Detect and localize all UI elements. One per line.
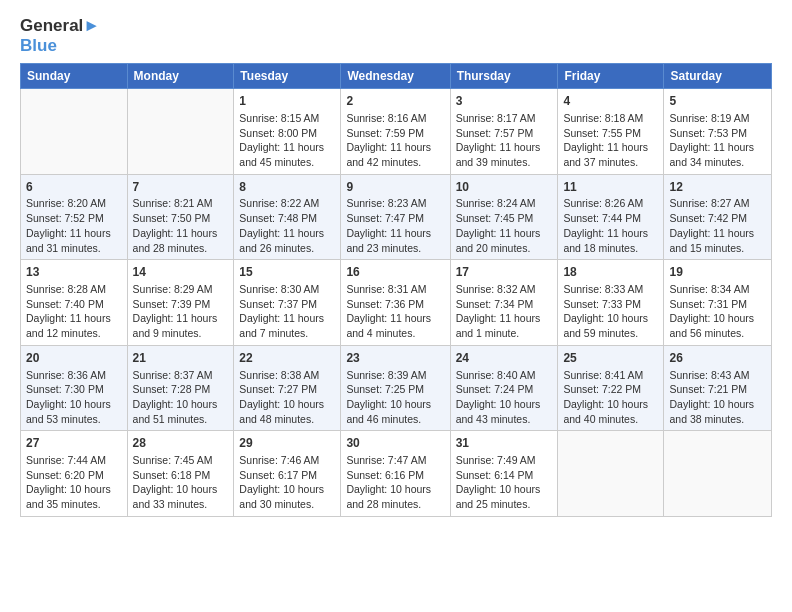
day-info: Sunrise: 8:22 AM Sunset: 7:48 PM Dayligh… xyxy=(239,196,335,255)
day-number: 11 xyxy=(563,179,658,196)
day-info: Sunrise: 8:38 AM Sunset: 7:27 PM Dayligh… xyxy=(239,368,335,427)
day-number: 5 xyxy=(669,93,766,110)
day-info: Sunrise: 8:40 AM Sunset: 7:24 PM Dayligh… xyxy=(456,368,553,427)
day-info: Sunrise: 8:19 AM Sunset: 7:53 PM Dayligh… xyxy=(669,111,766,170)
calendar-cell: 18Sunrise: 8:33 AM Sunset: 7:33 PM Dayli… xyxy=(558,260,664,346)
day-number: 27 xyxy=(26,435,122,452)
day-info: Sunrise: 7:49 AM Sunset: 6:14 PM Dayligh… xyxy=(456,453,553,512)
day-info: Sunrise: 8:32 AM Sunset: 7:34 PM Dayligh… xyxy=(456,282,553,341)
calendar-cell xyxy=(664,431,772,517)
calendar-cell: 28Sunrise: 7:45 AM Sunset: 6:18 PM Dayli… xyxy=(127,431,234,517)
calendar-cell: 26Sunrise: 8:43 AM Sunset: 7:21 PM Dayli… xyxy=(664,345,772,431)
calendar-day-header: Friday xyxy=(558,64,664,89)
day-info: Sunrise: 8:16 AM Sunset: 7:59 PM Dayligh… xyxy=(346,111,444,170)
logo-text-block: General► Blue xyxy=(20,16,100,55)
logo: General► Blue xyxy=(20,16,100,55)
calendar-week-row: 1Sunrise: 8:15 AM Sunset: 8:00 PM Daylig… xyxy=(21,89,772,175)
day-number: 8 xyxy=(239,179,335,196)
calendar-cell: 17Sunrise: 8:32 AM Sunset: 7:34 PM Dayli… xyxy=(450,260,558,346)
calendar-cell: 15Sunrise: 8:30 AM Sunset: 7:37 PM Dayli… xyxy=(234,260,341,346)
calendar-cell: 21Sunrise: 8:37 AM Sunset: 7:28 PM Dayli… xyxy=(127,345,234,431)
calendar-cell: 7Sunrise: 8:21 AM Sunset: 7:50 PM Daylig… xyxy=(127,174,234,260)
calendar-day-header: Thursday xyxy=(450,64,558,89)
day-info: Sunrise: 8:29 AM Sunset: 7:39 PM Dayligh… xyxy=(133,282,229,341)
calendar-cell: 11Sunrise: 8:26 AM Sunset: 7:44 PM Dayli… xyxy=(558,174,664,260)
day-info: Sunrise: 8:31 AM Sunset: 7:36 PM Dayligh… xyxy=(346,282,444,341)
calendar-cell: 31Sunrise: 7:49 AM Sunset: 6:14 PM Dayli… xyxy=(450,431,558,517)
calendar-cell: 29Sunrise: 7:46 AM Sunset: 6:17 PM Dayli… xyxy=(234,431,341,517)
day-number: 29 xyxy=(239,435,335,452)
day-number: 3 xyxy=(456,93,553,110)
calendar-cell: 1Sunrise: 8:15 AM Sunset: 8:00 PM Daylig… xyxy=(234,89,341,175)
calendar-week-row: 20Sunrise: 8:36 AM Sunset: 7:30 PM Dayli… xyxy=(21,345,772,431)
calendar-day-header: Tuesday xyxy=(234,64,341,89)
day-info: Sunrise: 8:18 AM Sunset: 7:55 PM Dayligh… xyxy=(563,111,658,170)
day-number: 31 xyxy=(456,435,553,452)
day-info: Sunrise: 8:39 AM Sunset: 7:25 PM Dayligh… xyxy=(346,368,444,427)
calendar-cell: 12Sunrise: 8:27 AM Sunset: 7:42 PM Dayli… xyxy=(664,174,772,260)
calendar-cell xyxy=(558,431,664,517)
day-info: Sunrise: 8:17 AM Sunset: 7:57 PM Dayligh… xyxy=(456,111,553,170)
day-number: 25 xyxy=(563,350,658,367)
calendar-cell: 19Sunrise: 8:34 AM Sunset: 7:31 PM Dayli… xyxy=(664,260,772,346)
calendar-cell: 8Sunrise: 8:22 AM Sunset: 7:48 PM Daylig… xyxy=(234,174,341,260)
day-number: 14 xyxy=(133,264,229,281)
day-number: 18 xyxy=(563,264,658,281)
calendar-cell: 14Sunrise: 8:29 AM Sunset: 7:39 PM Dayli… xyxy=(127,260,234,346)
day-number: 9 xyxy=(346,179,444,196)
day-number: 26 xyxy=(669,350,766,367)
day-number: 19 xyxy=(669,264,766,281)
day-info: Sunrise: 8:21 AM Sunset: 7:50 PM Dayligh… xyxy=(133,196,229,255)
day-info: Sunrise: 7:47 AM Sunset: 6:16 PM Dayligh… xyxy=(346,453,444,512)
calendar-cell: 20Sunrise: 8:36 AM Sunset: 7:30 PM Dayli… xyxy=(21,345,128,431)
calendar-cell: 10Sunrise: 8:24 AM Sunset: 7:45 PM Dayli… xyxy=(450,174,558,260)
day-info: Sunrise: 8:33 AM Sunset: 7:33 PM Dayligh… xyxy=(563,282,658,341)
calendar-cell: 22Sunrise: 8:38 AM Sunset: 7:27 PM Dayli… xyxy=(234,345,341,431)
calendar-cell xyxy=(21,89,128,175)
day-info: Sunrise: 7:44 AM Sunset: 6:20 PM Dayligh… xyxy=(26,453,122,512)
day-number: 22 xyxy=(239,350,335,367)
calendar-cell: 4Sunrise: 8:18 AM Sunset: 7:55 PM Daylig… xyxy=(558,89,664,175)
day-info: Sunrise: 8:30 AM Sunset: 7:37 PM Dayligh… xyxy=(239,282,335,341)
day-info: Sunrise: 8:15 AM Sunset: 8:00 PM Dayligh… xyxy=(239,111,335,170)
day-number: 17 xyxy=(456,264,553,281)
calendar-cell: 13Sunrise: 8:28 AM Sunset: 7:40 PM Dayli… xyxy=(21,260,128,346)
day-info: Sunrise: 8:24 AM Sunset: 7:45 PM Dayligh… xyxy=(456,196,553,255)
day-info: Sunrise: 7:46 AM Sunset: 6:17 PM Dayligh… xyxy=(239,453,335,512)
day-info: Sunrise: 8:37 AM Sunset: 7:28 PM Dayligh… xyxy=(133,368,229,427)
calendar-cell: 25Sunrise: 8:41 AM Sunset: 7:22 PM Dayli… xyxy=(558,345,664,431)
day-info: Sunrise: 8:34 AM Sunset: 7:31 PM Dayligh… xyxy=(669,282,766,341)
page: General► Blue SundayMondayTuesdayWednesd… xyxy=(0,0,792,612)
day-number: 24 xyxy=(456,350,553,367)
day-info: Sunrise: 8:36 AM Sunset: 7:30 PM Dayligh… xyxy=(26,368,122,427)
day-info: Sunrise: 8:23 AM Sunset: 7:47 PM Dayligh… xyxy=(346,196,444,255)
day-info: Sunrise: 8:43 AM Sunset: 7:21 PM Dayligh… xyxy=(669,368,766,427)
calendar-cell: 23Sunrise: 8:39 AM Sunset: 7:25 PM Dayli… xyxy=(341,345,450,431)
calendar-table: SundayMondayTuesdayWednesdayThursdayFrid… xyxy=(20,63,772,517)
day-info: Sunrise: 8:28 AM Sunset: 7:40 PM Dayligh… xyxy=(26,282,122,341)
day-number: 23 xyxy=(346,350,444,367)
day-number: 10 xyxy=(456,179,553,196)
day-number: 7 xyxy=(133,179,229,196)
calendar-cell: 2Sunrise: 8:16 AM Sunset: 7:59 PM Daylig… xyxy=(341,89,450,175)
calendar-cell: 16Sunrise: 8:31 AM Sunset: 7:36 PM Dayli… xyxy=(341,260,450,346)
day-number: 21 xyxy=(133,350,229,367)
logo-blue: Blue xyxy=(20,36,100,56)
day-info: Sunrise: 8:26 AM Sunset: 7:44 PM Dayligh… xyxy=(563,196,658,255)
calendar-cell: 24Sunrise: 8:40 AM Sunset: 7:24 PM Dayli… xyxy=(450,345,558,431)
day-number: 6 xyxy=(26,179,122,196)
calendar-week-row: 13Sunrise: 8:28 AM Sunset: 7:40 PM Dayli… xyxy=(21,260,772,346)
calendar-day-header: Sunday xyxy=(21,64,128,89)
day-number: 20 xyxy=(26,350,122,367)
day-number: 16 xyxy=(346,264,444,281)
calendar-cell: 5Sunrise: 8:19 AM Sunset: 7:53 PM Daylig… xyxy=(664,89,772,175)
calendar-cell xyxy=(127,89,234,175)
day-number: 1 xyxy=(239,93,335,110)
day-number: 4 xyxy=(563,93,658,110)
day-number: 13 xyxy=(26,264,122,281)
header: General► Blue xyxy=(20,16,772,55)
logo-general: General► xyxy=(20,16,100,36)
day-number: 12 xyxy=(669,179,766,196)
calendar-day-header: Wednesday xyxy=(341,64,450,89)
day-info: Sunrise: 8:41 AM Sunset: 7:22 PM Dayligh… xyxy=(563,368,658,427)
